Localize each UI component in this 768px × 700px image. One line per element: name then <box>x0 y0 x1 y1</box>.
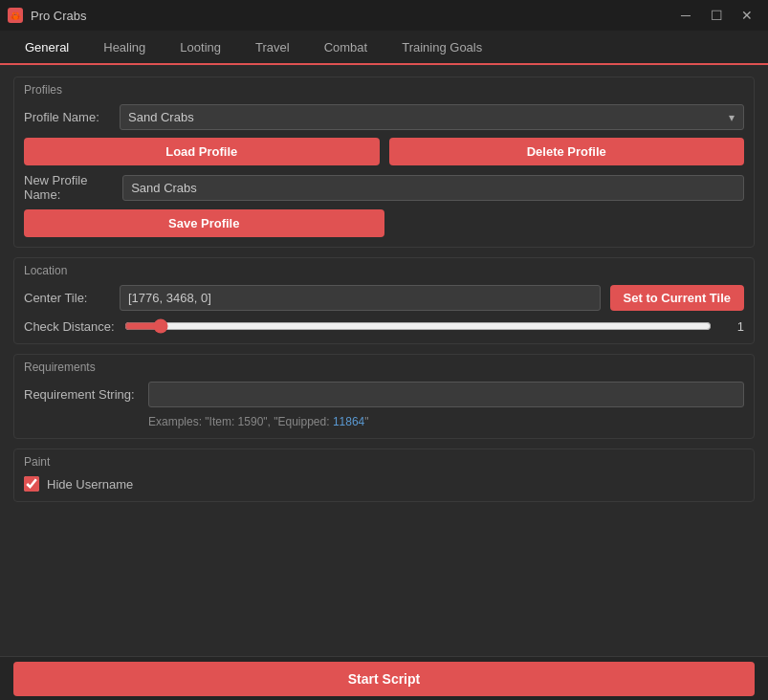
tab-bar: General Healing Looting Travel Combat Tr… <box>0 31 768 65</box>
check-distance-slider[interactable] <box>124 318 712 334</box>
profiles-section: Profiles Profile Name: Sand Crabs Rock C… <box>13 77 755 248</box>
profile-select-wrapper: Sand Crabs Rock Crabs Ammonite Crabs ▾ <box>120 104 744 130</box>
save-profile-button[interactable]: Save Profile <box>24 209 384 237</box>
location-section: Location Center Tile: Set to Current Til… <box>13 257 755 344</box>
hide-username-checkbox[interactable] <box>24 476 39 492</box>
tab-general[interactable]: General <box>8 31 86 65</box>
check-distance-value: 1 <box>721 319 744 334</box>
delete-profile-button[interactable]: Delete Profile <box>389 138 745 165</box>
tab-training-goals[interactable]: Training Goals <box>384 31 499 65</box>
title-bar: 🦀 Pro Crabs ─ ☐ ✕ <box>0 0 768 31</box>
close-button[interactable]: ✕ <box>734 5 760 26</box>
center-tile-row: Center Tile: Set to Current Tile <box>24 285 744 311</box>
app-icon: 🦀 <box>8 8 23 23</box>
center-tile-input[interactable] <box>120 285 601 311</box>
load-profile-button[interactable]: Load Profile <box>24 138 380 165</box>
requirement-string-input[interactable] <box>148 382 744 407</box>
main-content: Profiles Profile Name: Sand Crabs Rock C… <box>0 65 768 656</box>
requirements-section: Requirements Requirement String: Example… <box>13 354 755 439</box>
requirement-string-row: Requirement String: <box>24 382 744 407</box>
tab-combat[interactable]: Combat <box>307 31 385 65</box>
paint-section-label: Paint <box>24 455 744 469</box>
minimize-button[interactable]: ─ <box>672 5 699 26</box>
window-controls: ─ ☐ ✕ <box>672 5 760 26</box>
paint-section: Paint Hide Username <box>13 448 755 502</box>
requirements-section-label: Requirements <box>24 361 744 374</box>
tab-looting[interactable]: Looting <box>163 31 238 65</box>
profile-select[interactable]: Sand Crabs Rock Crabs Ammonite Crabs <box>120 104 744 130</box>
hide-username-label[interactable]: Hide Username <box>47 477 133 492</box>
hide-username-row: Hide Username <box>24 476 744 492</box>
tab-travel[interactable]: Travel <box>238 31 307 65</box>
profile-name-row: Profile Name: Sand Crabs Rock Crabs Ammo… <box>24 104 744 130</box>
equipped-value: 11864 <box>333 415 364 428</box>
bottom-bar: Start Script <box>0 656 768 700</box>
check-distance-label: Check Distance: <box>24 319 115 334</box>
requirement-string-label: Requirement String: <box>24 387 139 402</box>
new-profile-name-label: New Profile Name: <box>24 173 113 202</box>
set-to-current-tile-button[interactable]: Set to Current Tile <box>610 285 744 311</box>
profile-name-label: Profile Name: <box>24 110 110 124</box>
new-profile-name-input[interactable] <box>122 175 744 201</box>
maximize-button[interactable]: ☐ <box>703 5 730 26</box>
new-profile-name-row: New Profile Name: <box>24 173 744 202</box>
location-section-label: Location <box>24 264 744 277</box>
tab-healing[interactable]: Healing <box>86 31 163 65</box>
load-delete-row: Load Profile Delete Profile <box>24 138 744 165</box>
start-script-button[interactable]: Start Script <box>13 662 755 696</box>
app-title: Pro Crabs <box>31 9 672 23</box>
requirement-examples: Examples: "Item: 1590", "Equipped: 11864… <box>24 415 744 428</box>
check-distance-row: Check Distance: 1 <box>24 318 744 334</box>
center-tile-label: Center Tile: <box>24 291 110 305</box>
profiles-section-label: Profiles <box>24 83 744 97</box>
